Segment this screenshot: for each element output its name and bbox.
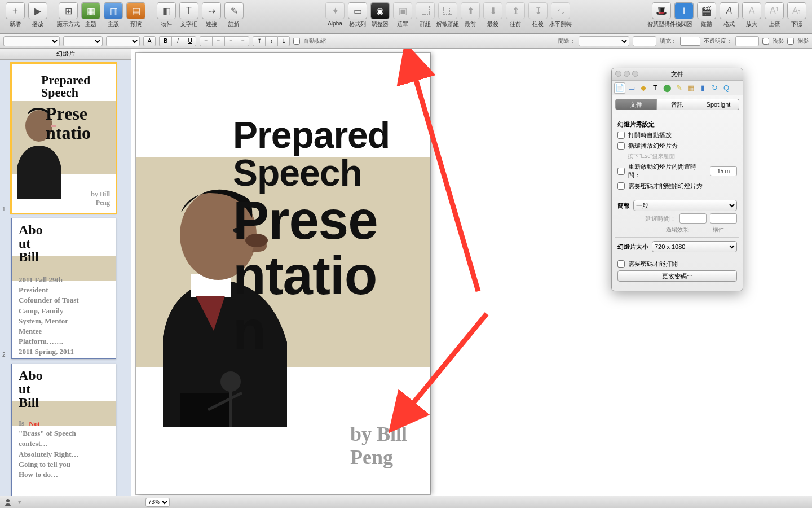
zoom-icon[interactable]: [632, 71, 638, 77]
text-inspector-icon[interactable]: T: [650, 82, 661, 94]
idle-time-input[interactable]: [710, 166, 737, 176]
font-color-button[interactable]: A: [143, 36, 156, 46]
superscript-button[interactable]: A¹上標: [764, 2, 785, 28]
chart-inspector-icon[interactable]: ▮: [697, 82, 708, 94]
graphic-inspector-icon[interactable]: ⬤: [661, 82, 673, 94]
valign-bot-button[interactable]: ⤓: [277, 36, 290, 46]
open-password-checkbox[interactable]: [617, 260, 625, 268]
theme-button[interactable]: ▦主題: [80, 2, 102, 28]
thumb-2[interactable]: 2 Abo ut Bill 2011 Fall 29th President C…: [3, 218, 127, 359]
inspector-body: 幻燈片秀設定 打開時自動播放 循環播放幻燈片秀 按下"Esc"鍵來離開 重新啟動…: [612, 113, 743, 291]
fill-label: 填充：: [660, 37, 677, 45]
align-right-button[interactable]: ≡: [224, 36, 237, 46]
mask-button[interactable]: ▣遮罩: [392, 2, 413, 28]
status-bar: ▾ 73%: [0, 496, 812, 508]
inspector-icon-tabs: 📄 ▭ ◆ T ⬤ ✎ ▦ ▮ ↻ Q: [612, 81, 743, 95]
opacity-input[interactable]: [735, 36, 759, 46]
minimize-icon[interactable]: [624, 71, 630, 77]
qt-inspector-icon[interactable]: Q: [721, 82, 732, 94]
shadow-checkbox[interactable]: [762, 38, 769, 45]
master-button[interactable]: ▥主版: [103, 2, 124, 28]
object-button[interactable]: ◧物件: [156, 2, 177, 28]
exit-password-checkbox[interactable]: [617, 182, 625, 190]
autoplay-checkbox[interactable]: [617, 132, 625, 139]
build-delay-input[interactable]: [710, 213, 737, 224]
align-left-button[interactable]: ≡: [200, 36, 212, 46]
valign-mid-button[interactable]: ↕: [265, 36, 277, 46]
svg-rect-6: [180, 393, 231, 427]
inspector-subtabs: 文件 音訊 Spotlight: [615, 99, 739, 110]
idle-restart-checkbox[interactable]: [617, 168, 625, 175]
flip-button[interactable]: ⇋水平翻轉: [550, 2, 571, 28]
spacing-label: 間邊：: [558, 37, 575, 45]
tab-document[interactable]: 文件: [615, 99, 657, 110]
font-family-select[interactable]: [3, 36, 60, 46]
opacity-label: 不透明度：: [704, 37, 732, 45]
svg-point-7: [220, 371, 241, 392]
textbox-button[interactable]: T文字框: [178, 2, 200, 28]
tab-spotlight[interactable]: Spotlight: [698, 99, 739, 110]
comment-button[interactable]: ✎註解: [223, 2, 245, 28]
front-button[interactable]: ⬆最前: [460, 2, 481, 28]
inspector-button[interactable]: i檢閱器: [673, 2, 695, 28]
slide-navigator: 幻燈片 ⋯ 1 PreparedSpeech Presentatio by: [0, 49, 131, 496]
align-center-button[interactable]: ≡: [212, 36, 224, 46]
ungroup-button[interactable]: ⿹解散群組: [437, 2, 458, 28]
new-slide-button[interactable]: ＋新增: [5, 2, 26, 28]
link-inspector-icon[interactable]: ↻: [709, 82, 720, 94]
mirror-checkbox[interactable]: [787, 38, 794, 45]
font-size-select[interactable]: [106, 36, 140, 46]
valign-top-button[interactable]: ⤒: [253, 36, 265, 46]
italic-button[interactable]: I: [171, 36, 184, 46]
metrics-inspector-icon[interactable]: ✎: [673, 82, 685, 94]
svg-point-12: [6, 499, 10, 502]
zoom-select[interactable]: 73%: [145, 498, 170, 507]
navigator-header: 幻燈片 ⋯: [0, 49, 131, 60]
presentation-type-select[interactable]: 一般: [633, 200, 737, 211]
spacing-select[interactable]: [579, 36, 629, 46]
autofit-label: 自動收縮: [303, 37, 326, 45]
font-style-select[interactable]: [63, 36, 103, 46]
loop-checkbox[interactable]: [617, 142, 625, 150]
backward-button[interactable]: ↧往後: [527, 2, 549, 28]
subscript-button[interactable]: A₁下標: [786, 2, 807, 28]
shadow-label: 陰影: [773, 37, 784, 45]
format-button[interactable]: ▭格式列: [347, 2, 368, 28]
transition-delay-input[interactable]: [679, 213, 707, 224]
tab-audio[interactable]: 音訊: [657, 99, 698, 110]
autofit-checkbox[interactable]: [293, 38, 300, 45]
format2-button[interactable]: A格式: [718, 2, 740, 28]
bold-button[interactable]: B: [159, 36, 171, 46]
thumb-3[interactable]: 3 Abo ut Bill Not Is "Brass" of Speech c…: [3, 364, 127, 496]
close-icon[interactable]: [615, 71, 621, 77]
build-inspector-icon[interactable]: ◆: [638, 82, 649, 94]
thumb-1[interactable]: 1 PreparedSpeech Presentatio by Bill Pen…: [3, 63, 127, 213]
slide-inspector-icon[interactable]: ▭: [626, 82, 637, 94]
adjust-button[interactable]: ◉調整器: [369, 2, 391, 28]
smart-button[interactable]: 🎩智慧型構件: [651, 2, 672, 28]
back-button[interactable]: ⬇最後: [482, 2, 504, 28]
play-button[interactable]: ▶播放: [27, 2, 48, 28]
spacing-input[interactable]: [633, 36, 656, 46]
forward-button[interactable]: ↥往前: [505, 2, 526, 28]
mirror-label: 倒影: [797, 37, 809, 45]
align-justify-button[interactable]: ≡: [237, 36, 249, 46]
slide-size-select[interactable]: 720 x 1080: [652, 241, 737, 252]
preview-button[interactable]: ▤預演: [125, 2, 147, 28]
doc-inspector-icon[interactable]: 📄: [614, 82, 625, 94]
fill-swatch[interactable]: [680, 37, 700, 46]
link-button[interactable]: ⇢連接: [201, 2, 222, 28]
view-mode-button[interactable]: ⊞顯示方式: [58, 2, 79, 28]
alpha-button[interactable]: ✦Alpha: [324, 2, 346, 28]
change-password-button[interactable]: 更改密碼⋯: [617, 270, 737, 282]
slide-title-text: Prepared Speech Prese ntatio n: [233, 116, 390, 358]
media-button[interactable]: 🎬媒體: [696, 2, 717, 28]
zoomin-button[interactable]: A放大: [741, 2, 762, 28]
presenter-icon[interactable]: [3, 498, 12, 507]
esc-hint-label: 按下"Esc"鍵來離開: [617, 152, 737, 160]
thumbnail-list: 1 PreparedSpeech Presentatio by Bill Pen…: [0, 60, 131, 496]
table-inspector-icon[interactable]: ▦: [685, 82, 696, 94]
underline-button[interactable]: U: [184, 36, 196, 46]
inspector-titlebar[interactable]: 文件: [612, 68, 743, 81]
group-button[interactable]: ⿺群組: [414, 2, 436, 28]
